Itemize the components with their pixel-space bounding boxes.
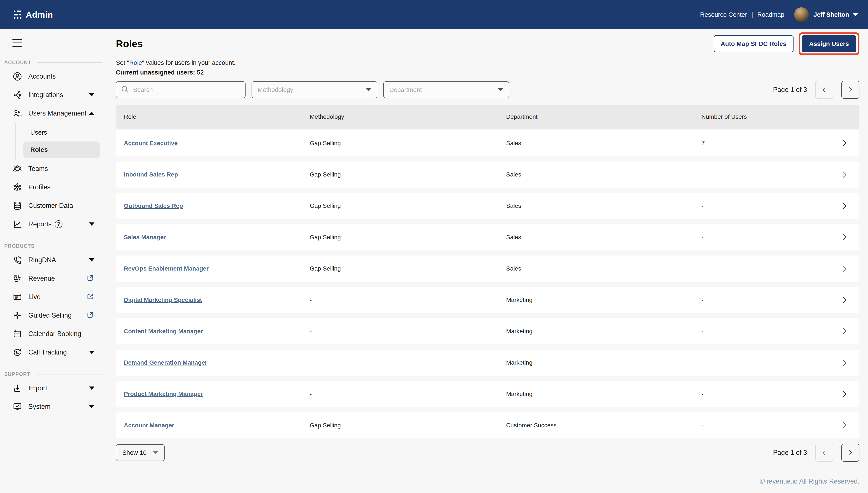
sidebar-item-guided-selling[interactable]: Guided Selling [0, 306, 103, 325]
sidebar-item-system[interactable]: System [0, 398, 103, 416]
annotation-highlight: Assign Users [799, 33, 860, 55]
role-link[interactable]: Outbound Sales Rep [124, 202, 183, 209]
system-icon [13, 402, 22, 412]
accounts-icon [13, 71, 22, 81]
section-products: PRODUCTS [4, 243, 103, 249]
department-dropdown[interactable]: Department [383, 81, 509, 98]
column-number-of-users: Number of Users [702, 113, 825, 120]
methodology-dropdown[interactable]: Methodology [251, 81, 377, 98]
external-link-icon [86, 311, 94, 320]
next-page-button[interactable] [841, 81, 860, 99]
role-link[interactable]: Inbound Sales Rep [124, 171, 178, 178]
hamburger-menu-icon[interactable] [13, 39, 22, 47]
sidebar-item-profiles[interactable]: Profiles [0, 178, 103, 196]
role-link[interactable]: Product Marketing Manager [124, 391, 203, 397]
table-row[interactable]: Outbound Sales Rep Gap Selling Sales - [116, 193, 860, 219]
sidebar-item-call-tracking[interactable]: Call Tracking [0, 343, 103, 362]
role-link[interactable]: Digital Marketing Specialist [124, 297, 202, 303]
sidebar-item-live[interactable]: Live [0, 288, 103, 306]
external-link-icon [86, 292, 94, 302]
guided-selling-icon [13, 310, 22, 320]
sidebar-item-users-management[interactable]: Users Management [0, 104, 103, 123]
table-row[interactable]: RevOps Enablement Manager Gap Selling Sa… [116, 256, 860, 282]
page-size-dropdown[interactable]: Show 10 [116, 444, 164, 461]
column-methodology: Methodology [310, 113, 506, 120]
row-chevron-icon[interactable] [825, 358, 860, 367]
sidebar-item-teams[interactable]: Teams [0, 159, 103, 178]
search-input[interactable] [133, 86, 241, 93]
ringdna-icon [13, 255, 22, 265]
role-help-link[interactable]: Role [129, 59, 142, 66]
app-title: Admin [26, 10, 53, 20]
roles-table: Account Executive Gap Selling Sales 7 In… [116, 130, 860, 438]
assign-users-button[interactable]: Assign Users [802, 35, 856, 52]
main-content: Roles Auto Map SFDC Roles Assign Users S… [103, 29, 868, 493]
table-row[interactable]: Account Executive Gap Selling Sales 7 [116, 130, 860, 156]
row-chevron-icon[interactable] [825, 421, 860, 430]
user-menu-caret-icon[interactable] [852, 13, 858, 16]
role-link[interactable]: RevOps Enablement Manager [124, 265, 209, 272]
sidebar-item-roles[interactable]: Roles [23, 142, 100, 158]
roadmap-link[interactable]: Roadmap [757, 11, 784, 18]
table-row[interactable]: Content Marketing Manager - Marketing - [116, 318, 860, 344]
role-link[interactable]: Account Manager [124, 422, 174, 429]
search-box [116, 81, 246, 98]
users-management-subnav: Users Roles [16, 123, 103, 159]
revenue-icon [13, 274, 22, 283]
row-chevron-icon[interactable] [825, 296, 860, 304]
avatar[interactable] [794, 7, 809, 22]
resource-center-link[interactable]: Resource Center [700, 11, 747, 18]
row-chevron-icon[interactable] [825, 233, 860, 241]
table-header: Role Methodology Department Number of Us… [116, 105, 860, 129]
row-chevron-icon[interactable] [825, 264, 860, 273]
sidebar-item-revenue[interactable]: Revenue [0, 269, 103, 288]
sidebar-item-import[interactable]: Import [0, 379, 103, 398]
copyright-text: © revenue.io All Rights Reserved. [116, 477, 860, 485]
sidebar-item-accounts[interactable]: Accounts [0, 67, 103, 86]
sidebar-item-reports[interactable]: Reports ? [0, 215, 103, 233]
sidebar-item-integrations[interactable]: Integrations [0, 86, 103, 104]
chevron-down-icon [89, 258, 94, 261]
pagination-bottom: Page 1 of 3 [773, 444, 860, 462]
role-link[interactable]: Account Executive [124, 140, 178, 146]
sidebar-item-users[interactable]: Users [23, 124, 100, 141]
auto-map-sfdc-roles-button[interactable]: Auto Map SFDC Roles [714, 35, 794, 52]
row-chevron-icon[interactable] [825, 170, 860, 179]
column-role: Role [116, 113, 310, 120]
next-page-button[interactable] [841, 444, 860, 462]
external-link-icon [86, 274, 94, 283]
users-management-icon [13, 108, 22, 118]
user-menu[interactable]: Jeff Shelton [814, 11, 849, 18]
table-row[interactable]: Demand Generation Manager - Marketing - [116, 349, 860, 376]
prev-page-button[interactable] [815, 81, 833, 99]
table-row[interactable]: Sales Manager Gap Selling Sales - [116, 224, 860, 250]
table-row[interactable]: Inbound Sales Rep Gap Selling Sales - [116, 162, 860, 188]
sidebar-item-customer-data[interactable]: Customer Data [0, 196, 103, 215]
dropdown-arrow-icon [153, 451, 158, 454]
table-row[interactable]: Account Manager Gap Selling Customer Suc… [116, 412, 860, 438]
prev-page-button[interactable] [815, 444, 833, 462]
help-icon[interactable]: ? [55, 220, 63, 228]
row-chevron-icon[interactable] [825, 327, 860, 336]
sidebar: ACCOUNT Accounts Integrations Users Mana… [0, 29, 103, 493]
row-chevron-icon[interactable] [825, 390, 860, 398]
row-chevron-icon[interactable] [825, 139, 860, 148]
dropdown-arrow-icon [366, 88, 371, 91]
header-divider: | [752, 11, 753, 18]
table-row[interactable]: Product Marketing Manager - Marketing - [116, 381, 860, 407]
unassigned-users-count: Current unassigned users: 52 [116, 69, 860, 76]
dropdown-arrow-icon [498, 88, 503, 91]
role-link[interactable]: Demand Generation Manager [124, 359, 207, 366]
chevron-down-icon [89, 93, 94, 97]
role-link[interactable]: Content Marketing Manager [124, 328, 203, 335]
revenue-io-logo-icon [14, 10, 21, 19]
page-indicator: Page 1 of 3 [773, 449, 807, 456]
chevron-up-icon [89, 112, 94, 115]
role-link[interactable]: Sales Manager [124, 234, 166, 240]
call-tracking-icon [13, 347, 22, 357]
top-bar: Admin Resource Center | Roadmap Jeff She… [0, 0, 868, 29]
sidebar-item-ringdna[interactable]: RingDNA [0, 251, 103, 269]
table-row[interactable]: Digital Marketing Specialist - Marketing… [116, 287, 860, 313]
sidebar-item-calendar-booking[interactable]: Calendar Booking [0, 325, 103, 343]
row-chevron-icon[interactable] [825, 201, 860, 210]
